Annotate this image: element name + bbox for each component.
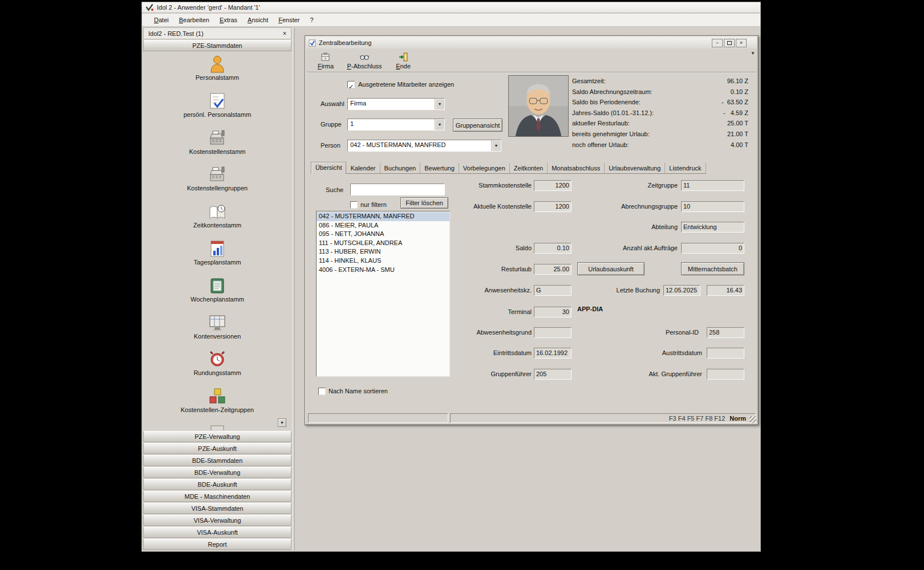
sidebar-section-bde-auskunft[interactable]: BDE-Auskunft <box>143 479 291 490</box>
list-item[interactable]: 114 - HINKEL, KLAUS <box>317 256 449 266</box>
sidebar-section-pze-verwaltung[interactable]: PZE-Verwaltung <box>143 431 291 442</box>
stat-value: - 63.50 Z <box>722 99 748 109</box>
sidebar-section-visa-auskunft[interactable]: VISA-Auskunft <box>143 527 291 538</box>
ende-button[interactable]: Ende <box>385 50 422 71</box>
tab-bewertung[interactable]: Bewertung <box>420 163 459 173</box>
sidebar-section-visa-verwaltung[interactable]: VISA-Verwaltung <box>143 515 291 526</box>
sidebar-scroll-down-icon[interactable]: ▼ <box>278 418 286 427</box>
sidebar-item-personalstamm[interactable]: Personalstamm <box>143 55 291 92</box>
menu-fenster[interactable]: Fenster <box>273 14 305 26</box>
sidebar-item-zeitkontenstamm[interactable]: Zeitkontenstamm <box>143 202 291 239</box>
menu-extras[interactable]: Extras <box>214 14 242 26</box>
list-item[interactable]: 4006 - EXTERN-MA - SMU <box>317 266 449 275</box>
stammkostenstelle-field[interactable]: 1200 <box>534 180 572 191</box>
gruppenfuehrer-field[interactable]: 205 <box>534 369 572 380</box>
menu-bearbeiten[interactable]: Bearbeiten <box>174 14 214 26</box>
sidebar-section-pze-auskunft[interactable]: PZE-Auskunft <box>143 443 291 454</box>
tab-listendruck[interactable]: Listendruck <box>665 163 706 173</box>
time-stats-panel: Gesamtzeit:96.10 Z Saldo Abrechnungszeit… <box>572 78 748 152</box>
auswahl-combobox[interactable]: Firma ▼ <box>347 98 445 110</box>
sidebar-item-kostenstellen-zeitgruppen[interactable]: Kostenstellen-Zeitgruppen <box>143 387 291 424</box>
mitternachtsbatch-button[interactable]: Mitternachtsbatch <box>681 262 744 275</box>
aktuelle-kostenstelle-field[interactable]: 1200 <box>534 201 572 212</box>
nach-name-sortieren-checkbox[interactable] <box>318 388 326 395</box>
maximize-icon[interactable] <box>724 39 735 47</box>
abrechnungsgruppe-field[interactable]: 10 <box>681 201 744 212</box>
list-item[interactable]: 113 - HUBER, ERWIN <box>317 247 449 256</box>
toolbar-overflow-icon[interactable]: ▼ <box>751 51 755 56</box>
sidebar-section-mde-maschinendaten[interactable]: MDE - Maschinendaten <box>143 491 291 502</box>
menu-hilfe[interactable]: ? <box>305 14 319 26</box>
sidebar-section-bde-stammdaten[interactable]: BDE-Stammdaten <box>143 455 291 466</box>
list-item[interactable]: 086 - MEIER, PAULA <box>317 221 449 230</box>
anzahl-auftraege-label: Anzahl akt.Aufträge <box>581 245 678 251</box>
tab-buchungen[interactable]: Buchungen <box>380 163 421 173</box>
letzte-buchung-label: Letzte Buchung <box>579 287 660 294</box>
show-exited-checkbox[interactable] <box>347 81 355 88</box>
sidebar-splitter[interactable] <box>292 27 295 551</box>
sidebar-item-persoenl-personalstamm[interactable]: persönl. Personalstamm <box>143 92 291 129</box>
tab-uebersicht[interactable]: Übersicht <box>311 162 346 174</box>
search-input[interactable] <box>350 184 445 196</box>
list-item[interactable]: 111 - MUTSCHLER, ANDREA <box>317 239 449 248</box>
p-abschluss-button[interactable]: P-Abschluss <box>346 50 383 71</box>
personal-id-field[interactable]: 258 <box>707 327 744 338</box>
tab-zeitkonten[interactable]: Zeitkonten <box>510 163 548 173</box>
saldo-field[interactable]: 0.10 <box>534 243 572 254</box>
minimize-icon[interactable]: − <box>712 39 723 47</box>
letzte-buchung-datum-field[interactable]: 12.05.2025 <box>663 285 700 296</box>
chevron-down-icon[interactable]: ▼ <box>435 99 444 109</box>
person-combobox[interactable]: 042 - MUSTERMANN, MANFRED ▼ <box>347 140 501 152</box>
abwesenheitsgrund-field[interactable] <box>534 327 572 338</box>
gruppe-combobox[interactable]: 1 ▼ <box>347 119 445 131</box>
sidebar-item-kontenversionen[interactable]: Kontenversionen <box>143 314 291 351</box>
urlaubsauskunft-button[interactable]: Urlaubsauskunft <box>577 262 645 275</box>
screen: Idol 2 - Anwender 'gerd' - Mandant '1' D… <box>0 0 924 570</box>
menu-ansicht[interactable]: Ansicht <box>242 14 273 26</box>
austrittsdatum-field[interactable] <box>707 348 744 359</box>
list-item[interactable]: 042 - MUSTERMANN, MANFRED <box>317 212 449 221</box>
sidebar-section-pze-stammdaten[interactable]: PZE-Stammdaten <box>143 40 291 51</box>
resturlaub-field[interactable]: 25.00 <box>534 264 572 275</box>
chevron-down-icon[interactable]: ▼ <box>435 119 444 130</box>
letzte-buchung-zeit-field[interactable]: 16.43 <box>707 285 744 296</box>
sidebar-item-tagesplanstamm[interactable]: Tagesplanstamm <box>143 239 291 276</box>
menu-datei[interactable]: Datei <box>149 14 174 26</box>
stat-label: Gesamtzeit: <box>572 78 606 88</box>
gruppe-label: Gruppe <box>321 121 342 128</box>
sidebar-section-bde-verwaltung[interactable]: BDE-Verwaltung <box>143 467 291 478</box>
nur-filtern-checkbox[interactable] <box>350 201 358 209</box>
app-titlebar[interactable]: Idol 2 - Anwender 'gerd' - Mandant '1' <box>142 2 760 13</box>
eintrittsdatum-label: Eintrittsdatum <box>435 349 532 356</box>
sidebar-section-visa-stammdaten[interactable]: VISA-Stammdaten <box>143 503 291 514</box>
sidebar-section-report[interactable]: Report <box>143 539 291 550</box>
sidebar-close-icon[interactable]: × <box>280 29 289 38</box>
inner-titlebar[interactable]: Zentralbearbeitung − × <box>306 37 757 48</box>
sidebar-item-wochenplanstamm[interactable]: Wochenplanstamm <box>143 276 291 314</box>
list-item[interactable]: 095 - NETT, JOHANNA <box>317 230 449 239</box>
abteilung-field[interactable]: Entwicklung <box>681 222 744 233</box>
tab-urlaubsverwaltung[interactable]: Urlaubsverwaltung <box>605 163 665 173</box>
anzahl-auftraege-field[interactable]: 0 <box>681 243 744 254</box>
sidebar-item-rundungsstamm[interactable]: Rundungsstamm <box>143 350 291 387</box>
terminal-field[interactable]: 30 <box>534 307 572 317</box>
zeitgruppe-field[interactable]: 11 <box>681 180 744 191</box>
tab-vorbelegungen[interactable]: Vorbelegungen <box>459 163 510 173</box>
firma-button[interactable]: Firma <box>307 50 344 71</box>
chevron-down-icon[interactable]: ▼ <box>491 140 501 151</box>
tab-monatsabschluss[interactable]: Monatsabschluss <box>548 163 605 173</box>
sidebar-item-kostenstellenstamm[interactable]: Kostenstellenstamm <box>143 129 291 166</box>
eintrittsdatum-field[interactable]: 16.02.1992 <box>534 348 572 359</box>
sidebar-item-kostenstellengruppen[interactable]: Kostenstellengruppen <box>143 165 291 202</box>
sidebar-item-partial[interactable] <box>143 424 291 430</box>
close-icon[interactable]: × <box>736 39 747 47</box>
stat-row: bereits genehmigter Urlaub:21.00 T <box>572 131 748 141</box>
personal-id-label: Personal-ID <box>620 329 699 336</box>
tab-kalender[interactable]: Kalender <box>346 163 380 173</box>
sidebar-item-label: persönl. Personalstamm <box>184 111 252 118</box>
day-plan-chart-icon <box>208 239 227 258</box>
resize-grip[interactable] <box>749 416 756 423</box>
gruppenansicht-button[interactable]: Gruppenansicht <box>453 119 502 132</box>
akt-gruppenfuehrer-field[interactable] <box>707 369 744 380</box>
anwesenheitskz-field[interactable]: G <box>534 285 572 296</box>
